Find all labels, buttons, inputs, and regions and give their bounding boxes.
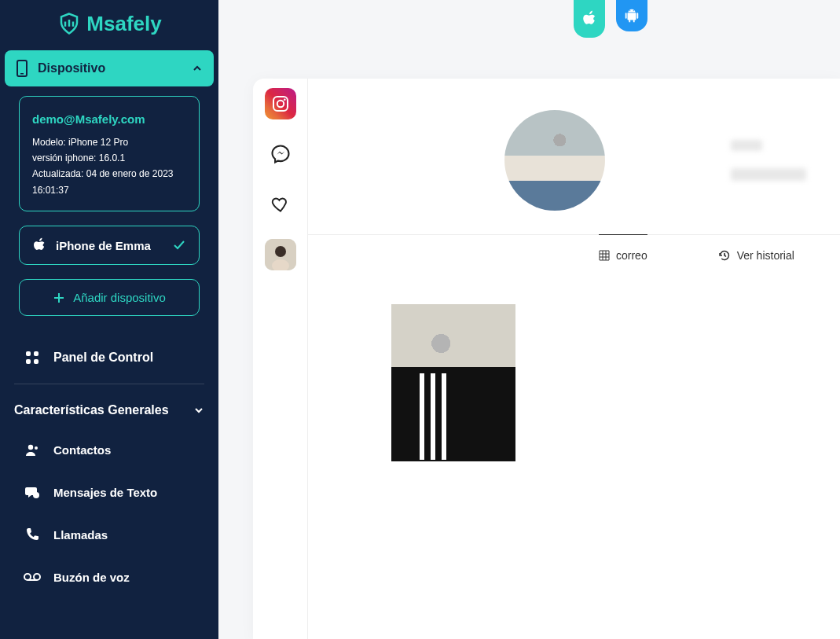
content-panel: correo Ver historial <box>253 79 840 639</box>
chevron-down-icon <box>193 405 204 416</box>
history-icon <box>718 249 731 262</box>
brand-name: Msafely <box>86 12 161 36</box>
svg-point-15 <box>284 98 286 101</box>
tab-history-label: Ver historial <box>737 249 794 262</box>
platform-android-button[interactable] <box>616 0 647 31</box>
features-label: Características Generales <box>14 403 169 417</box>
svg-point-8 <box>33 492 39 498</box>
nav-dashboard-label: Panel de Control <box>53 351 153 365</box>
tab-history[interactable]: Ver historial <box>718 246 794 262</box>
device-info-card: demo@Msafely.com Modelo: iPhone 12 Pro v… <box>19 96 200 211</box>
likes-tab[interactable] <box>265 189 296 220</box>
profile-name-redacted <box>731 140 806 181</box>
device-updated: Actualizada: 04 de enero de 2023 16:01:3… <box>32 166 186 198</box>
features-section-header[interactable]: Características Generales <box>0 392 218 428</box>
svg-point-9 <box>24 574 31 580</box>
nav-contacts-label: Contactos <box>53 443 111 457</box>
contacts-icon <box>24 441 41 458</box>
divider <box>14 384 204 384</box>
svg-point-6 <box>28 445 33 450</box>
device-toggle-label: Dispositivo <box>38 61 105 75</box>
plus-icon <box>53 292 65 304</box>
grid-small-icon <box>599 250 610 261</box>
platform-apple-button[interactable] <box>574 0 605 38</box>
nav-voicemail-label: Buzón de voz <box>53 571 130 584</box>
profile-tabs: correo Ver historial <box>308 235 840 273</box>
svg-rect-4 <box>26 359 31 364</box>
grid-icon <box>24 349 41 366</box>
account-email: demo@Msafely.com <box>32 109 186 130</box>
messages-icon <box>24 483 41 501</box>
apple-icon <box>32 237 46 253</box>
nav-voicemail[interactable]: Buzón de voz <box>0 556 218 598</box>
device-os-version: versión iphone: 16.0.1 <box>32 150 186 166</box>
nav-text-messages-label: Mensajes de Texto <box>53 486 157 499</box>
svg-point-10 <box>34 574 40 580</box>
svg-point-12 <box>633 10 634 11</box>
nav-calls[interactable]: Llamadas <box>0 513 218 556</box>
profile-area: correo Ver historial <box>308 79 840 639</box>
messenger-tab[interactable] <box>265 138 296 170</box>
tab-correo[interactable]: correo <box>599 234 647 262</box>
device-selector-label: iPhone de Emma <box>56 239 151 252</box>
main-area: correo Ver historial <box>218 0 840 639</box>
brand-logo[interactable]: Msafely <box>0 11 218 36</box>
tab-correo-label: correo <box>616 249 647 262</box>
svg-point-14 <box>277 101 283 107</box>
nav-dashboard[interactable]: Panel de Control <box>0 336 218 379</box>
nav-calls-label: Llamadas <box>53 528 108 542</box>
feed-grid <box>308 273 840 461</box>
profile-header <box>308 79 840 235</box>
device-icon <box>16 60 28 77</box>
redacted-bar <box>731 168 806 181</box>
profile-avatar[interactable] <box>504 110 605 211</box>
profile-tab[interactable] <box>265 239 296 270</box>
device-model: Modelo: iPhone 12 Pro <box>32 134 186 150</box>
add-device-button[interactable]: Añadir dispositivo <box>19 279 200 316</box>
svg-point-7 <box>35 446 38 450</box>
feed-post[interactable] <box>391 304 515 461</box>
platform-switch <box>574 0 647 38</box>
svg-rect-5 <box>34 359 39 364</box>
svg-rect-2 <box>26 351 31 356</box>
device-toggle-button[interactable]: Dispositivo <box>5 50 214 86</box>
add-device-label: Añadir dispositivo <box>73 291 166 304</box>
nav-contacts[interactable]: Contactos <box>0 428 218 471</box>
svg-point-17 <box>275 246 286 257</box>
chevron-up-icon <box>192 63 203 74</box>
svg-rect-1 <box>20 73 24 75</box>
phone-icon <box>24 526 41 543</box>
brand-mark-icon <box>57 11 82 36</box>
social-icon-column <box>253 79 308 639</box>
svg-rect-3 <box>34 351 39 356</box>
device-selector[interactable]: iPhone de Emma <box>19 226 200 265</box>
redacted-bar <box>731 140 762 151</box>
sidebar: Msafely Dispositivo demo@Msafely.com Mod… <box>0 0 218 639</box>
check-icon <box>172 238 186 252</box>
instagram-tab[interactable] <box>265 88 296 119</box>
svg-rect-13 <box>273 97 288 111</box>
voicemail-icon <box>24 568 41 586</box>
svg-point-11 <box>629 10 630 11</box>
nav-text-messages[interactable]: Mensajes de Texto <box>0 471 218 513</box>
